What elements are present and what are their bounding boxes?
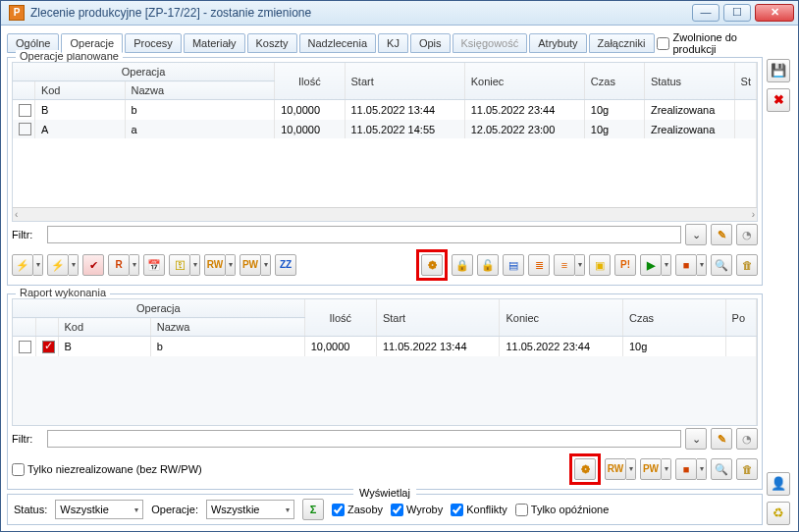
save-icon[interactable]: 💾 <box>767 59 790 82</box>
col-koniec[interactable]: Koniec <box>500 299 623 337</box>
p-button[interactable]: P! <box>614 254 636 276</box>
pw-button[interactable]: PW <box>640 458 662 480</box>
bolt-green-icon[interactable]: ⚡ <box>47 254 69 276</box>
chk-wyroby-wrap[interactable]: Wyroby <box>391 504 443 516</box>
col-koniec[interactable]: Koniec <box>464 63 584 100</box>
dd-icon[interactable]: ▾ <box>261 254 271 276</box>
dd-icon[interactable]: ▾ <box>662 458 671 480</box>
trash-icon[interactable]: 🗑 <box>736 458 758 480</box>
only-unrealized-checkbox[interactable] <box>12 463 25 476</box>
dd-icon[interactable]: ▾ <box>697 254 707 276</box>
col-nazwa[interactable]: Nazwa <box>125 81 275 100</box>
stop-icon[interactable]: ■ <box>675 458 697 480</box>
user-icon[interactable]: 👤 <box>767 472 790 496</box>
chart1-icon[interactable]: ▤ <box>503 254 524 276</box>
pw-button[interactable]: PW <box>240 254 261 276</box>
row-checkbox[interactable] <box>19 341 31 353</box>
chk-wyroby[interactable] <box>391 504 403 516</box>
col-start[interactable]: Start <box>345 63 464 100</box>
row-checkbox[interactable] <box>19 123 31 135</box>
filter-dropdown-icon[interactable]: ⌄ <box>685 428 707 450</box>
tab-koszty[interactable]: Koszty <box>247 33 297 53</box>
chart3-icon[interactable]: ≡ <box>554 254 575 276</box>
search-icon[interactable]: 🔍 <box>711 254 732 276</box>
rw-button[interactable]: RW <box>204 254 226 276</box>
stop-icon[interactable]: ■ <box>675 254 697 276</box>
zz-button[interactable]: ZZ <box>275 254 296 276</box>
tab-operacje[interactable]: Operacje <box>61 33 123 53</box>
tab-materialy[interactable]: Materiały <box>184 33 245 53</box>
col-chk[interactable] <box>13 81 34 100</box>
chk-konflikty[interactable] <box>451 504 463 516</box>
chart2-icon[interactable]: ≣ <box>528 254 550 276</box>
calendar-icon[interactable]: 📅 <box>143 254 165 276</box>
col-kod[interactable]: Kod <box>34 81 125 100</box>
col-ilosc[interactable]: Ilość <box>275 63 345 100</box>
dd-icon[interactable]: ▾ <box>697 458 707 480</box>
cancel-icon[interactable]: ✖ <box>767 88 790 112</box>
filter-edit-icon[interactable]: ✎ <box>711 428 732 450</box>
dd-icon[interactable]: ▾ <box>190 254 200 276</box>
table-row[interactable]: A a 10,0000 11.05.2022 14:55 12.05.2022 … <box>13 120 757 139</box>
chk-konflikty-wrap[interactable]: Konflikty <box>451 504 507 516</box>
recycle-icon[interactable]: ♻ <box>767 502 790 525</box>
tab-opis[interactable]: Opis <box>410 33 451 53</box>
tab-nadzlecenia[interactable]: Nadzlecenia <box>299 33 377 53</box>
layers-icon[interactable]: ▣ <box>589 254 611 276</box>
dd-icon[interactable]: ▾ <box>130 254 139 276</box>
close-button[interactable]: ✕ <box>755 4 794 22</box>
dd-icon[interactable]: ▾ <box>226 254 236 276</box>
col-operacja-group[interactable]: Operacja <box>13 299 304 318</box>
unlock-icon[interactable]: 🔓 <box>477 254 499 276</box>
sigma-button[interactable]: Σ <box>302 499 324 520</box>
col-operacja-group[interactable]: Operacja <box>13 63 275 81</box>
tab-procesy[interactable]: Procesy <box>125 33 182 53</box>
planned-grid[interactable]: Operacja Ilość Start Koniec Czas Status … <box>12 62 758 222</box>
col-nazwa[interactable]: Nazwa <box>150 318 304 337</box>
col-kod[interactable]: Kod <box>58 318 150 337</box>
table-row[interactable]: B b 10,0000 11.05.2022 13:44 11.05.2022 … <box>13 100 757 120</box>
dd-icon[interactable]: ▾ <box>33 254 43 276</box>
release-checkbox[interactable] <box>657 37 669 50</box>
maximize-button[interactable]: ☐ <box>723 4 751 22</box>
gear-icon[interactable]: ❁ <box>574 458 596 480</box>
trash-icon[interactable]: 🗑 <box>736 254 758 276</box>
lock-icon[interactable]: 🔒 <box>452 254 473 276</box>
bolt-icon[interactable]: ⚡ <box>12 254 33 276</box>
row-checkbox[interactable] <box>19 104 31 117</box>
filter-build-icon[interactable]: ◔ <box>736 224 758 245</box>
dd-icon[interactable]: ▾ <box>69 254 79 276</box>
table-row[interactable]: B b 10,0000 11.05.2022 13:44 11.05.2022 … <box>13 337 757 356</box>
filter-build-icon[interactable]: ◔ <box>736 428 758 450</box>
operacje-combo[interactable]: Wszystkie ▾ <box>206 500 294 519</box>
status-combo[interactable]: Wszystkie ▾ <box>55 500 143 519</box>
tab-kj[interactable]: KJ <box>378 33 408 53</box>
col-czas[interactable]: Czas <box>584 63 644 100</box>
filter-dropdown-icon[interactable]: ⌄ <box>685 224 707 245</box>
flag-red-icon[interactable]: ✔ <box>82 254 104 276</box>
tab-zalaczniki[interactable]: Załączniki <box>589 33 655 53</box>
col-status[interactable]: Status <box>644 63 734 100</box>
play-icon[interactable]: ▶ <box>640 254 662 276</box>
report-grid[interactable]: Operacja Ilość Start Koniec Czas Po Kod … <box>12 298 758 426</box>
search-icon[interactable]: 🔍 <box>711 458 732 480</box>
dd-icon[interactable]: ▾ <box>626 458 636 480</box>
release-checkbox-wrap[interactable]: Zwolnione do produkcji <box>657 31 764 55</box>
tab-atrybuty[interactable]: Atrybuty <box>529 33 586 53</box>
dd-icon[interactable]: ▾ <box>575 254 585 276</box>
col-st-extra[interactable]: St <box>734 63 756 100</box>
chk-opoznione[interactable] <box>515 504 528 516</box>
chk-zasoby-wrap[interactable]: Zasoby <box>332 504 383 516</box>
report-filter-input[interactable] <box>47 430 681 448</box>
col-ilosc[interactable]: Ilość <box>304 299 376 337</box>
h-scrollbar[interactable]: ‹› <box>13 207 757 221</box>
rw-button[interactable]: RW <box>605 458 626 480</box>
col-po[interactable]: Po <box>725 299 756 337</box>
col-czas[interactable]: Czas <box>622 299 725 337</box>
key-icon[interactable]: ⚿ <box>169 254 190 276</box>
planned-filter-input[interactable] <box>47 226 681 243</box>
minimize-button[interactable]: — <box>692 4 719 22</box>
gear-icon[interactable]: ❁ <box>421 254 443 276</box>
dd-icon[interactable]: ▾ <box>662 254 671 276</box>
only-unrealized-wrap[interactable]: Tylko niezrealizowane (bez RW/PW) <box>12 463 202 476</box>
